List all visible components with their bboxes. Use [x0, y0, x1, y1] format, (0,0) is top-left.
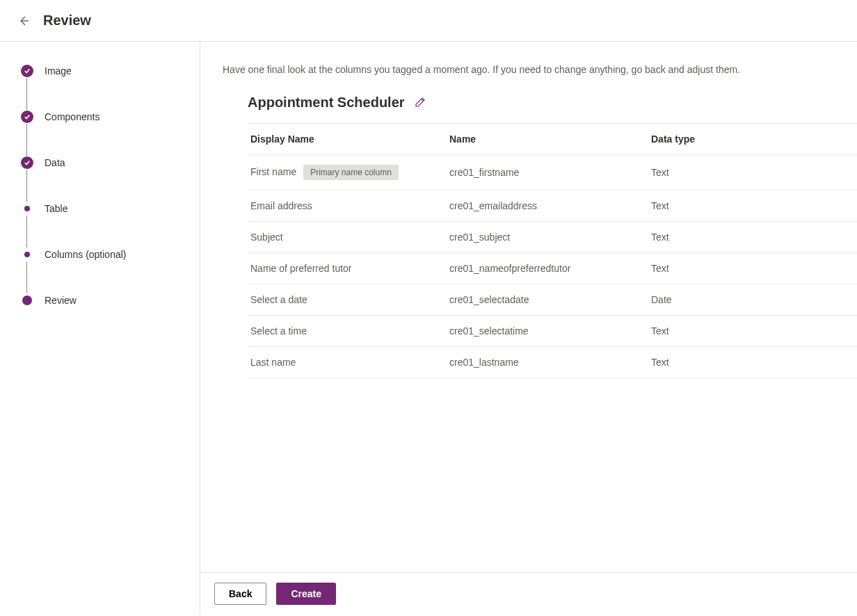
step-label: Data	[45, 156, 65, 170]
step-item[interactable]: Components	[21, 110, 183, 124]
cell-display-name: Subject	[248, 222, 449, 253]
cell-data-type: Text	[651, 155, 857, 191]
cell-name: cre01_subject	[449, 222, 651, 253]
table-row[interactable]: Email addresscre01_emailaddressText	[248, 191, 857, 222]
step-label: Columns (optional)	[45, 248, 127, 261]
cell-data-type: Text	[651, 253, 857, 284]
back-arrow-icon[interactable]	[17, 14, 31, 28]
cell-data-type: Text	[651, 347, 857, 378]
primary-name-badge: Primary name column	[303, 165, 399, 180]
cell-name: cre01_emailaddress	[449, 191, 651, 222]
step-label: Table	[45, 202, 67, 216]
step-label: Review	[45, 293, 77, 307]
cell-name: cre01_lastname	[449, 347, 651, 378]
cell-name: cre01_nameofpreferredtutor	[449, 253, 651, 284]
footer-bar: Back Create	[200, 572, 857, 615]
step-item[interactable]: Review	[21, 293, 183, 307]
cell-data-type: Text	[651, 222, 857, 253]
columns-table: Display Name Name Data type First namePr…	[248, 123, 857, 378]
col-header-display-name[interactable]: Display Name	[248, 124, 449, 155]
create-button[interactable]: Create	[276, 583, 336, 605]
page-title: Review	[43, 13, 91, 29]
content-body: Have one final look at the columns you t…	[200, 42, 857, 572]
table-row[interactable]: Last namecre01_lastnameText	[248, 347, 857, 378]
step-connector	[26, 261, 27, 293]
step-item[interactable]: Data	[21, 156, 183, 170]
section-title: Appointment Scheduler	[248, 95, 405, 111]
svg-line-1	[421, 99, 423, 101]
cell-data-type: Text	[651, 191, 857, 222]
col-header-name[interactable]: Name	[449, 124, 651, 155]
step-dot-icon	[21, 202, 33, 215]
step-dot-icon	[21, 294, 33, 307]
table-header-row: Display Name Name Data type	[248, 124, 857, 155]
step-item[interactable]: Table	[21, 202, 183, 216]
step-item[interactable]: Columns (optional)	[21, 248, 183, 261]
checkmark-icon	[21, 65, 33, 77]
step-label: Image	[45, 64, 72, 78]
content-pane: Have one final look at the columns you t…	[200, 42, 857, 615]
back-button[interactable]: Back	[214, 583, 266, 605]
cell-display-name: Name of preferred tutor	[248, 253, 449, 284]
cell-name: cre01_firstname	[449, 155, 651, 191]
columns-table-wrap: Display Name Name Data type First namePr…	[200, 123, 857, 378]
table-row[interactable]: Name of preferred tutorcre01_nameofprefe…	[248, 253, 857, 284]
checkmark-icon	[21, 156, 33, 169]
cell-name: cre01_selectadate	[449, 284, 651, 316]
col-header-data-type[interactable]: Data type	[651, 124, 857, 155]
cell-name: cre01_selectatime	[449, 316, 651, 347]
step-connector	[26, 124, 27, 156]
cell-display-name: Last name	[248, 347, 449, 378]
cell-display-name: Select a date	[248, 284, 449, 316]
step-dot-icon	[21, 248, 33, 261]
cell-data-type: Date	[651, 284, 857, 316]
table-row[interactable]: First namePrimary name columncre01_first…	[248, 155, 857, 191]
step-connector	[26, 216, 27, 248]
cell-display-name: First namePrimary name column	[248, 155, 449, 191]
page-header: Review	[0, 0, 857, 42]
cell-data-type: Text	[651, 316, 857, 347]
table-row[interactable]: Select a timecre01_selectatimeText	[248, 316, 857, 347]
cell-display-name: Email address	[248, 191, 449, 222]
steps-sidebar: ImageComponentsDataTableColumns (optiona…	[0, 42, 200, 615]
main-container: ImageComponentsDataTableColumns (optiona…	[0, 42, 857, 615]
table-row[interactable]: Subjectcre01_subjectText	[248, 222, 857, 253]
step-connector	[26, 78, 27, 110]
step-connector	[26, 170, 27, 202]
pencil-icon[interactable]	[415, 97, 427, 109]
step-label: Components	[45, 110, 99, 124]
cell-display-name: Select a time	[248, 316, 449, 347]
step-item[interactable]: Image	[21, 64, 183, 78]
checkmark-icon	[21, 111, 33, 123]
table-row[interactable]: Select a datecre01_selectadateDate	[248, 284, 857, 316]
intro-text: Have one final look at the columns you t…	[200, 64, 857, 95]
section-header: Appointment Scheduler	[200, 95, 857, 123]
